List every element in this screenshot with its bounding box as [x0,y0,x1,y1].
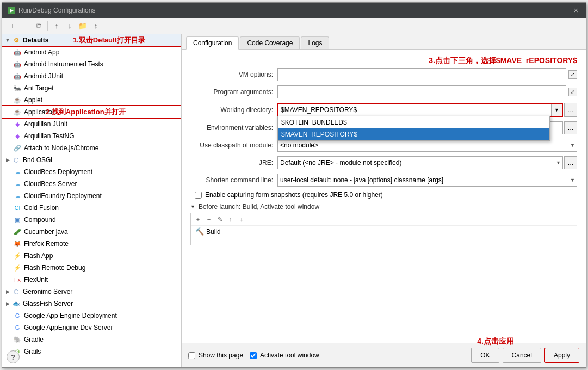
chevron-right-icon: ▶ [4,300,11,307]
run-debug-dialog: ▶ Run/Debug Configurations × + − ⧉ ↑ ↓ 📁… [2,2,586,368]
sidebar-item-label: Grails [24,348,41,355]
help-button[interactable]: ? [7,350,20,363]
sidebar-item-google-dev[interactable]: G Google AppEngine Dev Server [2,322,181,334]
move-down-button[interactable]: ↓ [64,20,76,32]
env-vars-more-button[interactable]: … [564,121,577,134]
dialog-icon: ▶ [8,7,15,14]
before-launch-remove-button[interactable]: − [204,214,214,224]
jre-select[interactable]: Default (<no JRE> - module not specified… [277,156,563,169]
toolbar-separator [47,21,48,31]
sidebar-item-gradle[interactable]: 🐘 Gradle [2,334,181,346]
sidebar-item-label: Geronimo Server [23,288,72,295]
sidebar-item-cloudbees-deploy[interactable]: ☁ CloudBees Deployment [2,166,181,178]
close-button[interactable]: × [572,6,580,15]
sidebar-item-google-appengine[interactable]: G Google App Engine Deployment [2,310,181,322]
sidebar-item-defaults[interactable]: ▼ ⚙ Defaults [2,34,181,46]
sidebar-item-cloudfoundry[interactable]: ☁ CloudFoundry Deployment [2,190,181,202]
ok-button[interactable]: OK [471,348,499,363]
sidebar-item-android-instrumented[interactable]: 🤖 Android Instrumented Tests [2,58,181,70]
sidebar-item-arquillian-testng[interactable]: ◆ Arquillian TestNG [2,130,181,142]
sidebar-item-applet[interactable]: ☕ Applet [2,94,181,106]
compound-icon: ▣ [13,215,22,224]
sidebar-item-firefox-remote[interactable]: 🦊 Firefox Remote [2,238,181,250]
bottom-right-section: 4.点击应用 OK Cancel Apply [471,348,579,363]
sidebar-item-application[interactable]: ☕ Application [2,106,181,118]
activate-window-checkbox[interactable] [250,352,257,359]
sidebar-item-ant-target[interactable]: 🐜 Ant Target [2,82,181,94]
build-item-label: Build [206,228,221,236]
folder-button[interactable]: 📁 [77,20,89,32]
main-content: ▼ ⚙ Defaults 1.双击Default打开目录 🤖 Android A… [2,34,586,367]
vm-options-expand-button[interactable]: ⤢ [568,70,577,79]
tab-configuration[interactable]: Configuration [186,36,239,50]
sidebar-item-attach-node[interactable]: 🔗 Attach to Node.js/Chrome [2,142,181,154]
sidebar-item-compound[interactable]: ▣ Compound [2,214,181,226]
sidebar-item-cloudbees-server[interactable]: ☁ CloudBees Server [2,178,181,190]
remove-config-button[interactable]: − [20,20,32,32]
show-page-label: Show this page [199,351,243,359]
shorten-label: Shorten command line: [190,176,277,184]
sidebar-item-glassfish[interactable]: ▶ 🐟 GlassFish Server [2,298,181,310]
before-launch-build-item: 🔨 Build [191,226,577,237]
before-launch-edit-button[interactable]: ✎ [215,214,225,224]
working-dir-input[interactable] [278,104,551,116]
tab-logs[interactable]: Logs [301,36,329,49]
cancel-button[interactable]: Cancel [503,348,541,363]
sidebar-item-geronimo[interactable]: ▶ ⬡ Geronimo Server [2,286,181,298]
cloudbees-icon: ☁ [13,168,22,176]
jre-select-wrap: Default (<no JRE> - module not specified… [277,156,563,169]
cloudfoundry-icon: ☁ [13,192,22,200]
before-launch-down-button[interactable]: ↓ [237,214,246,224]
bnd-icon: ⬡ [12,156,21,164]
working-dir-border: ▼ [277,103,563,117]
dropdown-maven-repository[interactable]: $MAVEN_REPOSITORY$ [278,128,549,140]
chevron-down-icon[interactable]: ▼ [190,204,195,209]
sidebar-item-android-junit[interactable]: 🤖 Android JUnit [2,70,181,82]
sidebar-item-label: Bnd OSGi [23,156,52,164]
firefox-icon: 🦊 [13,239,22,248]
chevron-down-icon: ▼ [4,37,11,44]
show-page-checkbox[interactable] [188,352,195,359]
title-bar: ▶ Run/Debug Configurations × [2,3,586,18]
vm-options-input[interactable] [277,68,566,81]
sidebar-item-flash-remote[interactable]: ⚡ Flash Remote Debug [2,262,181,274]
move-up-button[interactable]: ↑ [51,20,63,32]
sidebar-item-flexunit[interactable]: Fx FlexUnit [2,274,181,286]
tab-code-coverage[interactable]: Code Coverage [240,36,300,49]
before-launch-add-button[interactable]: + [193,214,203,224]
sidebar-item-bnd-osgi[interactable]: ▶ ⬡ Bnd OSGi [2,154,181,166]
vm-options-row: VM options: ⤢ [190,68,577,81]
jre-more-button[interactable]: … [564,156,577,169]
snapshot-checkbox[interactable] [195,192,202,199]
sidebar-item-grails[interactable]: ⚙ Grails [2,346,181,357]
dropdown-kotlin-bundled[interactable]: $KOTLIN_BUNDLED$ [278,116,549,128]
show-page-row: Show this page [188,351,243,359]
program-args-expand-button[interactable]: ⤢ [568,88,577,96]
sidebar-item-cold-fusion[interactable]: Cf Cold Fusion [2,202,181,214]
add-config-button[interactable]: + [7,20,18,32]
sidebar-item-arquillian-junit[interactable]: ◆ Arquillian JUnit [2,118,181,130]
working-dir-dropdown-button[interactable]: ▼ [551,104,562,116]
toolbar: + − ⧉ ↑ ↓ 📁 ↕ [2,18,586,34]
cloudbees-server-icon: ☁ [13,180,22,188]
activate-window-row: Activate tool window [250,351,319,359]
copy-config-button[interactable]: ⧉ [33,20,45,32]
sidebar-item-label: Attach to Node.js/Chrome [24,144,98,152]
snapshot-label: Enable capturing form snapshots (require… [205,191,383,199]
before-launch-up-button[interactable]: ↑ [226,214,236,224]
sidebar-item-flash-app[interactable]: ⚡ Flash App [2,250,181,262]
config-tree: ▼ ⚙ Defaults 1.双击Default打开目录 🤖 Android A… [2,34,182,367]
vm-options-input-container: ⤢ [277,68,577,81]
shorten-select[interactable]: user-local default: none - java [options… [277,174,577,187]
env-vars-label: Environment variables: [190,124,277,132]
sort-button[interactable]: ↕ [90,20,102,32]
program-args-input[interactable] [277,85,566,98]
working-dir-more-button[interactable]: … [564,103,577,117]
sidebar-item-android-app[interactable]: 🤖 Android App [2,46,181,58]
android-icon: 🤖 [13,72,22,81]
sidebar-item-cucumber-java[interactable]: 🥒 Cucumber java [2,226,181,238]
apply-button[interactable]: Apply [544,348,579,363]
sidebar-item-label: Arquillian JUnit [24,120,67,128]
android-icon: 🤖 [13,60,22,69]
program-args-row: Program arguments: ⤢ [190,85,577,98]
